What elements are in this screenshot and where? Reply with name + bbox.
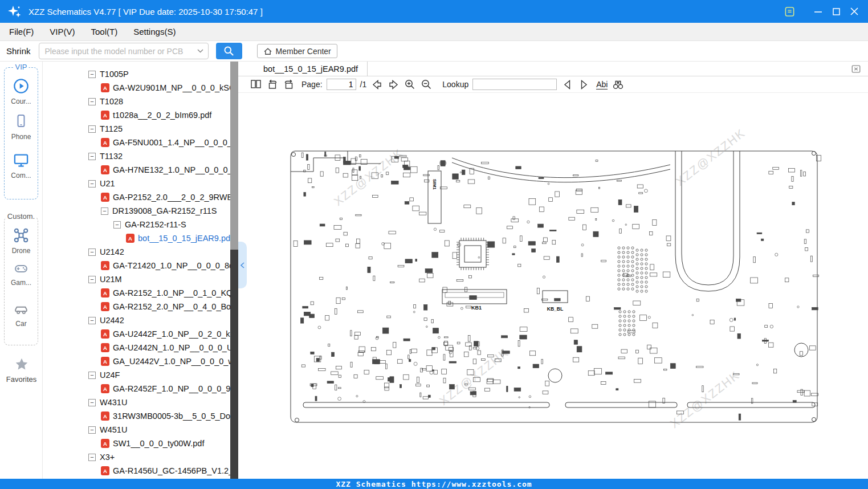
tree-item-label: GA-R2452F_1.0_NP__0_0_0_9O3 (113, 384, 230, 393)
sidebar-item-cour[interactable]: Cour... (5, 68, 38, 108)
svg-text:XZZ@XZZHK: XZZ@XZZHK (667, 368, 742, 430)
tree-file-row[interactable]: AGA-W2U901M_NP__0_0_0_kSCA (43, 81, 230, 95)
close-document-icon[interactable] (851, 64, 861, 74)
chevron-down-icon[interactable] (193, 43, 208, 59)
sidebar-item-com[interactable]: Com... (5, 148, 38, 188)
page-number-input[interactable] (327, 79, 356, 90)
tree-item-label: bot__15_0_15_jEAR9.pdf (138, 234, 230, 243)
maximize-button[interactable] (827, 2, 845, 21)
search-button[interactable] (216, 43, 242, 59)
page-next-icon[interactable] (387, 78, 400, 91)
two-page-view-icon[interactable] (250, 78, 262, 91)
collapse-icon[interactable]: − (88, 153, 96, 160)
sidebar-item-car[interactable]: Car (5, 297, 38, 337)
tree-folder-row[interactable]: −U21 (43, 177, 230, 190)
tree-file-row[interactable]: Abot__15_0_15_jEAR9.pdf (43, 231, 230, 245)
collapse-icon[interactable]: − (88, 125, 96, 133)
find-prev-icon[interactable] (561, 78, 573, 91)
pdf-viewport[interactable]: XZZ@XZZHK XZZ@XZZHK XZZ@XZZHK XZZ@XZZHK (238, 93, 868, 479)
tree-folder-row[interactable]: −T1005P (43, 67, 230, 81)
collapse-icon[interactable]: − (113, 221, 121, 229)
zoom-in-icon[interactable] (404, 78, 416, 91)
tree-folder-row[interactable]: −U21M (43, 272, 230, 286)
pdf-file-icon: A (101, 302, 109, 311)
page-prev-icon[interactable] (370, 78, 383, 91)
tree-folder-row[interactable]: −W431U (43, 396, 230, 409)
tree-folder-row[interactable]: −U24F (43, 368, 230, 382)
tree-file-row[interactable]: AGA-H7NE132_1.0_NP__0_0_0_w (43, 163, 230, 177)
tree-folder-row[interactable]: −T1132 (43, 149, 230, 163)
sidebar-item-drone[interactable]: Drone (5, 217, 38, 257)
tree-folder-row[interactable]: −T1125 (43, 122, 230, 136)
tree-file-row[interactable]: AGA-R1456U_GC-1456PB_V1.2_N (43, 464, 230, 478)
collapse-icon[interactable]: − (88, 454, 96, 461)
sidebar-item-phone[interactable]: Phone (5, 108, 38, 148)
find-next-icon[interactable] (577, 78, 590, 91)
collapse-icon[interactable]: − (88, 399, 96, 406)
tree-item-label: GA_U2442V_1.0_NP__0_0_0_w9F (113, 357, 230, 366)
collapse-icon[interactable]: − (88, 71, 96, 78)
menu-vip[interactable]: VIP(V) (50, 27, 75, 36)
tree-folder-row[interactable]: −T1028 (43, 95, 230, 108)
sidebar-item-label: Cour... (11, 97, 31, 105)
text-find-toggle[interactable]: Abi (596, 80, 608, 89)
collapse-icon[interactable]: − (88, 426, 96, 434)
custom-group: Custom. DroneGam...Car (4, 217, 38, 345)
panel-collapse-handle[interactable] (238, 242, 247, 288)
rotate-left-icon[interactable] (266, 78, 279, 91)
pdf-file-icon: A (101, 329, 109, 339)
shrink-button[interactable]: Shrink (3, 44, 34, 58)
sidebar-item-gam[interactable]: Gam... (5, 257, 38, 297)
zoom-out-icon[interactable] (420, 78, 433, 91)
tree-file-row[interactable]: A31RW3MB0005-3b__5_0_5_Dob (43, 409, 230, 423)
tree-file-row[interactable]: AGA-R2452F_1.0_NP__0_0_0_9O3 (43, 382, 230, 396)
tree-scrollbar[interactable] (230, 62, 238, 479)
member-center-button[interactable]: Member Center (257, 44, 337, 58)
member-center-label: Member Center (276, 47, 331, 56)
rotate-right-icon[interactable] (283, 78, 295, 91)
pdf-file-icon: A (101, 111, 109, 120)
tree-file-row[interactable]: AGA-T21420_1.0_NP__0_0_0_8qA (43, 259, 230, 272)
tree-file-row[interactable]: AGA-P2152_2.0___2_0_2_9RWBc.p (43, 190, 230, 204)
close-button[interactable] (845, 2, 863, 21)
tree-item-label: t1028a__2_0_2_bIm69.pdf (113, 111, 211, 120)
minimize-button[interactable] (809, 2, 827, 21)
tree-scrollbar-thumb[interactable] (230, 250, 238, 479)
page-total: /1 (360, 80, 367, 89)
lookup-input[interactable] (472, 79, 557, 90)
tree-file-row[interactable]: AGA-U2442N_1.0_NP__0_0_0_UB0 (43, 341, 230, 354)
pdf-file-icon: A (101, 384, 109, 393)
collapse-icon[interactable]: − (88, 317, 96, 324)
tree-folder-row[interactable]: −X3+ (43, 450, 230, 464)
collapse-icon[interactable]: − (88, 98, 96, 105)
tree-file-row[interactable]: AGA-R2152_1.0_NP__0_1_0_KQQ (43, 286, 230, 300)
play-circle-icon (13, 78, 29, 96)
menu-settings[interactable]: Settings(S) (133, 27, 176, 36)
tree-file-row[interactable]: AGA-F5NU001_1.4_NP__0_0_0_9T (43, 136, 230, 149)
collapse-icon[interactable]: − (88, 276, 96, 283)
binoculars-icon[interactable] (612, 78, 624, 91)
kb1-connector: KB1 (442, 290, 507, 311)
tab-pdf-document[interactable]: bot__15_0_15_jEAR9.pdf (238, 62, 368, 76)
pcb-drawing: XZZ@XZZHK XZZ@XZZHK XZZ@XZZHK XZZ@XZZHK (278, 95, 825, 463)
tree-folder-row[interactable]: −W451U (43, 423, 230, 437)
collapse-icon[interactable]: − (88, 372, 96, 379)
tree-folder-row[interactable]: −GA-R2152-r11-S (43, 218, 230, 231)
tree-folder-row[interactable]: −U2442 (43, 313, 230, 327)
notepad-icon[interactable] (780, 2, 798, 21)
tree-folder-row[interactable]: −U2142 (43, 245, 230, 259)
sidebar-item-favorites[interactable]: Favorites (0, 357, 43, 384)
collapse-icon[interactable]: − (101, 207, 108, 215)
tree-file-row[interactable]: ASW1__0_0_0_ty00W.pdf (43, 437, 230, 450)
tree-file-row[interactable]: At1028a__2_0_2_bIm69.pdf (43, 108, 230, 122)
collapse-icon[interactable]: − (88, 248, 96, 256)
tree-folder-row[interactable]: −DR139008_GA-R2152_r11S (43, 204, 230, 218)
tree-file-row[interactable]: AGA_U2442V_1.0_NP__0_0_0_w9F (43, 354, 230, 368)
tree-file-row[interactable]: AGA-R2152_2.0_NP__0_4_0_BoXU (43, 300, 230, 313)
tree-file-row[interactable]: AGA-U2442F_1.0_NP__0_2_0_kEY (43, 327, 230, 341)
menu-tool[interactable]: Tool(T) (91, 27, 118, 36)
collapse-icon[interactable]: − (88, 180, 96, 188)
menu-file[interactable]: File(F) (9, 27, 34, 36)
search-input[interactable] (39, 47, 193, 56)
sidebar-item-label: Gam... (11, 279, 31, 287)
